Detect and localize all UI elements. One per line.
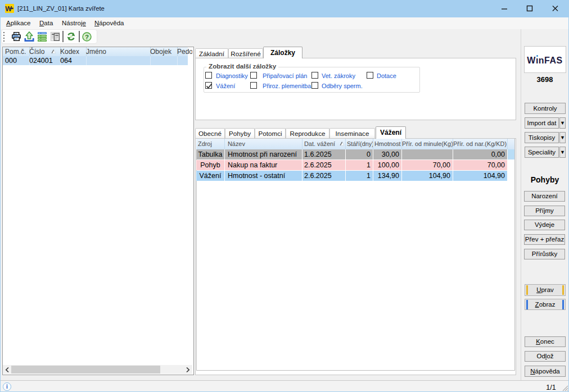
svg-text:?: ? bbox=[85, 34, 89, 40]
